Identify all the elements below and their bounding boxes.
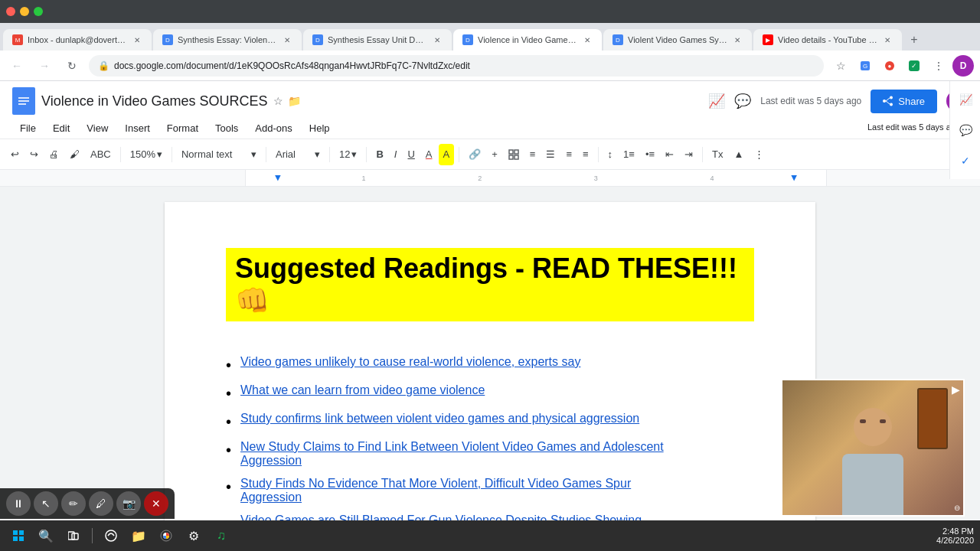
highlight-button[interactable]: A xyxy=(439,144,455,165)
print-button[interactable]: 🖨 xyxy=(44,144,64,165)
format-options-button[interactable]: ⋮ xyxy=(750,144,769,165)
spellcheck-button[interactable]: ABC xyxy=(86,144,116,165)
paint-format-button[interactable]: 🖌 xyxy=(65,144,84,165)
tab-violence-sources[interactable]: D Violence in Video Games SOUR... ✕ xyxy=(453,29,602,51)
tab-close-gmail[interactable]: ✕ xyxy=(132,34,142,45)
forward-button[interactable]: → xyxy=(34,55,55,77)
taskbar-edge[interactable] xyxy=(99,523,123,548)
share-button[interactable]: Share xyxy=(871,90,937,113)
tab-synthesis2[interactable]: D Synthesis Essay Unit Do Violent... ✕ xyxy=(303,29,452,51)
italic-button[interactable]: I xyxy=(390,144,402,165)
menu-edit[interactable]: Edit xyxy=(45,119,77,137)
font-selector[interactable]: Arial ▾ xyxy=(271,144,325,165)
indent-increase-button[interactable]: ⇥ xyxy=(680,144,697,165)
camera-button[interactable]: 📷 xyxy=(116,491,141,516)
minimize-button[interactable] xyxy=(20,7,29,16)
chart-header-icon[interactable]: 📈 xyxy=(708,93,725,109)
extension-icon-1[interactable]: G xyxy=(854,55,876,77)
pen-button[interactable]: 🖊 xyxy=(89,491,113,516)
back-button[interactable]: ← xyxy=(6,55,28,77)
tab-close-synthesis2[interactable]: ✕ xyxy=(432,34,443,45)
cursor-icon: ↖ xyxy=(41,497,51,510)
tab-close-violence-sources[interactable]: ✕ xyxy=(582,34,593,45)
insert-table-button[interactable] xyxy=(504,144,524,165)
tab-youtube[interactable]: ▶ Video details - YouTube Studio ✕ xyxy=(753,29,902,51)
style-selector[interactable]: Normal text ▾ xyxy=(177,144,261,165)
indent-decrease-button[interactable]: ⇤ xyxy=(661,144,678,165)
close-button[interactable] xyxy=(6,7,15,16)
undo-button[interactable]: ↩ xyxy=(6,144,24,165)
taskbar-spotify[interactable]: ♫ xyxy=(209,523,234,548)
bullet-list-button[interactable]: •≡ xyxy=(641,144,659,165)
zoom-value: 150% xyxy=(130,148,155,160)
star-icon[interactable]: ☆ xyxy=(273,95,283,107)
clear-formatting-button[interactable]: Tx xyxy=(707,144,727,165)
numbered-list-button[interactable]: 1≡ xyxy=(619,144,639,165)
link-3[interactable]: Study confirms link between violent vide… xyxy=(240,412,639,425)
zoom-selector[interactable]: 150% ▾ xyxy=(126,144,167,165)
link-2[interactable]: What we can learn from video game violen… xyxy=(240,383,485,397)
menu-file[interactable]: File xyxy=(12,119,44,137)
menu-tools[interactable]: Tools xyxy=(207,119,246,137)
taskbar-files[interactable]: 📁 xyxy=(126,523,151,548)
sidebar-chart-icon[interactable]: 📈 xyxy=(953,87,978,112)
bullet-4: • xyxy=(226,442,231,459)
tab-marker-left[interactable] xyxy=(275,175,281,181)
pause-button[interactable]: ⏸ xyxy=(6,491,31,516)
align-justify-button[interactable]: ≡ xyxy=(578,144,593,165)
tab-synthesis3[interactable]: D Violent Video Games Synthesis ... ✕ xyxy=(603,29,752,51)
link-1[interactable]: Video games unlikely to cause real-world… xyxy=(240,355,580,369)
address-bar[interactable]: 🔒 docs.google.com/document/d/1eK9QOOsRcA… xyxy=(89,55,824,77)
tab-close-synthesis3[interactable]: ✕ xyxy=(732,34,743,45)
align-right-button[interactable]: ≡ xyxy=(561,144,577,165)
sidebar-check-icon[interactable]: ✓ xyxy=(953,148,978,173)
underline-button[interactable]: U xyxy=(403,144,419,165)
svg-point-12 xyxy=(883,99,886,103)
bookmark-icon[interactable]: ☆ xyxy=(830,55,851,77)
menu-view[interactable]: View xyxy=(79,119,116,137)
redo-button[interactable]: ↪ xyxy=(25,144,43,165)
video-minimize-icon[interactable]: ⊖ xyxy=(954,504,960,512)
font-size-selector[interactable]: 12 ▾ xyxy=(335,144,361,165)
folder-icon[interactable]: 📁 xyxy=(288,95,301,107)
link-5[interactable]: Study Finds No Evidence That More Violen… xyxy=(240,477,631,504)
video-expand-icon[interactable]: ▶ xyxy=(952,383,960,396)
pencil-button[interactable]: ✏ xyxy=(61,491,86,516)
more-button[interactable]: ▲ xyxy=(730,144,749,165)
line-spacing-button[interactable]: ↕ xyxy=(603,144,618,165)
search-button[interactable]: 🔍 xyxy=(34,523,58,548)
tab-marker-right[interactable] xyxy=(791,175,797,181)
cursor-button[interactable]: ↖ xyxy=(34,491,58,516)
align-left-button[interactable]: ≡ xyxy=(525,144,541,165)
menu-insert[interactable]: Insert xyxy=(117,119,158,137)
profile-avatar[interactable]: D xyxy=(952,55,974,77)
menu-addons[interactable]: Add-ons xyxy=(247,119,299,137)
link-button[interactable]: 🔗 xyxy=(464,144,485,165)
align-center-button[interactable]: ☰ xyxy=(541,144,560,165)
windows-button[interactable] xyxy=(6,523,31,548)
maximize-button[interactable] xyxy=(34,7,43,16)
reload-button[interactable]: ↻ xyxy=(61,55,83,77)
sidebar-comment-icon[interactable]: 💬 xyxy=(953,118,978,142)
tab-synthesis1[interactable]: D Synthesis Essay: Violent Video G... ✕ xyxy=(153,29,302,51)
tab-close-youtube[interactable]: ✕ xyxy=(882,34,893,45)
task-view-button[interactable] xyxy=(61,523,86,548)
insert-image-button[interactable]: + xyxy=(487,144,502,165)
bold-button[interactable]: B xyxy=(371,144,387,165)
menu-help[interactable]: Help xyxy=(302,119,338,137)
text-color-button[interactable]: A xyxy=(421,144,437,165)
tab-gmail[interactable]: M Inbox - dunlapk@dovertornado... ✕ xyxy=(3,29,152,51)
tab-close-synthesis1[interactable]: ✕ xyxy=(282,34,292,45)
svg-line-13 xyxy=(886,98,890,101)
extension-icon-2[interactable]: ● xyxy=(879,55,900,77)
extension-icon-3[interactable]: ✓ xyxy=(903,55,925,77)
menu-icon[interactable]: ⋮ xyxy=(928,55,949,77)
taskbar-settings[interactable]: ⚙ xyxy=(181,523,206,548)
comment-header-icon[interactable]: 💬 xyxy=(734,93,751,109)
link-4[interactable]: New Study Claims to Find Link Between Vi… xyxy=(240,440,664,468)
taskbar-chrome[interactable] xyxy=(154,523,178,548)
stop-button[interactable]: ✕ xyxy=(144,491,168,516)
tabs-bar: M Inbox - dunlapk@dovertornado... ✕ D Sy… xyxy=(0,23,980,51)
new-tab-button[interactable]: + xyxy=(903,29,925,51)
menu-format[interactable]: Format xyxy=(159,119,206,137)
